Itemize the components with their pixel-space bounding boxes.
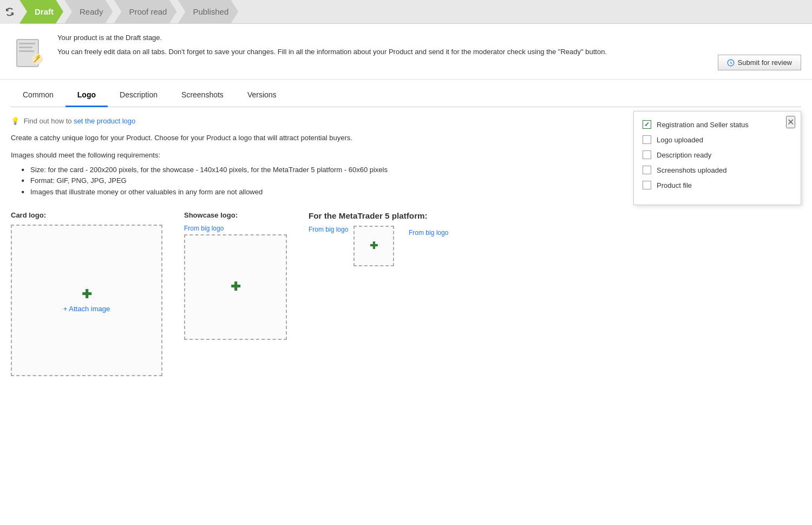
mt5-box-wrapper: ✚ From big logo [353,226,394,266]
svg-line-6 [34,61,35,62]
checkbox-logo[interactable] [643,135,651,144]
checklist-item-productfile: Product file [643,181,792,189]
showcase-logo-section: Showcase logo: From big logo ✚ [184,211,287,340]
svg-rect-3 [19,50,34,52]
mt5-plus-icon: ✚ [370,240,378,252]
draft-icon [12,34,47,69]
showcase-plus-icon: ✚ [231,280,240,294]
tab-screenshots[interactable]: Screenshots [169,84,235,107]
checklist-label-registration: Registration and Seller status [657,121,749,129]
bulb-icon: 💡 [11,117,19,125]
checklist-popup: ✕ Registration and Seller statusLogo upl… [633,111,801,205]
plus-icon: ✚ [82,287,91,301]
tab-versions[interactable]: Versions [235,84,289,107]
progress-bar: DraftReadyProof readPublished [0,0,812,24]
refresh-icon[interactable] [0,0,19,24]
checkbox-screenshots[interactable] [643,166,651,174]
attach-image-label[interactable]: + Attach image [63,305,110,313]
card-logo-section: Card logo: ✚ + Attach image [11,211,162,376]
checklist-label-productfile: Product file [657,181,692,189]
step-proofread[interactable]: Proof read [114,0,176,24]
checkbox-registration[interactable] [643,120,651,129]
showcase-from-big-link[interactable]: From big logo [309,226,348,233]
checklist-label-logo: Logo uploaded [657,136,703,144]
tabs: CommonLogoDescriptionScreenshotsVersions [11,84,801,107]
checklist-label-description: Description ready [657,151,711,159]
tab-common[interactable]: Common [11,84,66,107]
banner-line2: You can freely edit data on all tabs. Do… [57,47,801,57]
tip-link[interactable]: set the product logo [74,117,135,125]
mt5-logo-upload[interactable]: ✚ [353,226,394,266]
card-logo-label: Card logo: [11,211,162,219]
draft-icon-area [11,32,49,70]
from-big-section: For the MetaTrader 5 platform: From big … [309,211,428,266]
showcase-logo-label: Showcase logo: [184,211,287,219]
submit-icon [727,59,735,67]
checklist-item-description: Description ready [643,150,792,159]
svg-rect-1 [19,43,35,44]
mt5-from-big-link[interactable]: From big logo [409,229,448,237]
checkbox-productfile[interactable] [643,181,651,189]
main-content: CommonLogoDescriptionScreenshotsVersions… [0,84,812,386]
tab-description[interactable]: Description [108,84,169,107]
tip-prefix: Find out how to [24,117,74,125]
step-ready[interactable]: Ready [64,0,113,24]
submit-for-review-button[interactable]: Submit for review [718,55,801,70]
checklist-item-screenshots: Screenshots uploaded [643,166,792,174]
showcase-from-big-col: From big logo [309,226,348,233]
svg-rect-2 [19,47,32,48]
platform-boxes: From big logo ✚ From big logo [309,226,394,266]
checklist-label-screenshots: Screenshots uploaded [657,166,726,174]
checklist-item-logo: Logo uploaded [643,135,792,144]
logo-sections: Card logo: ✚ + Attach image Showcase log… [11,211,801,376]
banner-text: Your product is at the Draft stage. You … [57,32,801,60]
checkbox-description[interactable] [643,150,651,159]
card-logo-upload[interactable]: ✚ + Attach image [11,225,162,376]
checklist-close-button[interactable]: ✕ [786,116,795,128]
platform-logo-label: For the MetaTrader 5 platform: [309,211,428,220]
submit-label: Submit for review [738,58,792,67]
checklist-item-registration: Registration and Seller status [643,120,792,129]
showcase-from-big-link-above[interactable]: From big logo [184,225,287,232]
banner-line1: Your product is at the Draft stage. [57,32,801,43]
showcase-logo-upload[interactable]: ✚ [184,234,287,340]
info-banner: Your product is at the Draft stage. You … [0,24,812,80]
step-published[interactable]: Published [178,0,238,24]
step-draft[interactable]: Draft [19,0,63,24]
tab-logo[interactable]: Logo [66,84,108,107]
